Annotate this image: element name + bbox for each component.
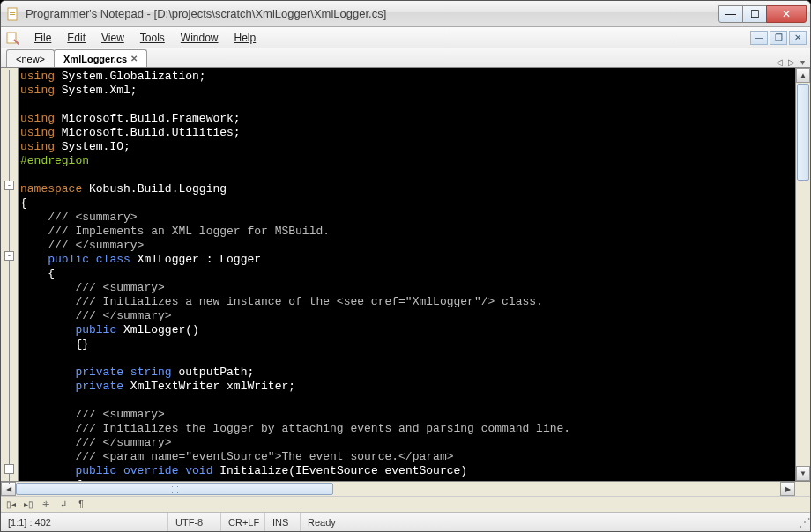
tab-prev-icon[interactable]: ◁ [774, 57, 785, 67]
tab-new[interactable]: <new> [6, 49, 55, 67]
minimize-button[interactable]: — [718, 5, 743, 23]
tab-close-icon[interactable]: ✕ [130, 54, 138, 63]
menu-edit[interactable]: Edit [60, 30, 93, 46]
status-position: [1:1] : 402 [1, 513, 168, 531]
tab-next-icon[interactable]: ▷ [786, 57, 797, 67]
window-title: Programmer's Notepad - [D:\projects\scra… [26, 7, 719, 20]
resize-grip[interactable]: ⋰ [792, 515, 810, 529]
scroll-right-icon[interactable]: ▶ [780, 482, 795, 496]
fold-marker[interactable]: - [4, 181, 14, 190]
scroll-down-icon[interactable]: ▼ [796, 466, 810, 481]
code-editor[interactable]: using System.Globalization; using System… [19, 68, 795, 481]
pilcrow-icon[interactable]: ¶ [75, 499, 87, 511]
tab-xmllogger[interactable]: XmlLogger.cs✕ [54, 49, 147, 67]
whitespace-icon[interactable]: ⁜ [40, 499, 52, 511]
app-icon [6, 7, 20, 21]
close-button[interactable]: ✕ [766, 5, 807, 23]
status-insertmode[interactable]: INS [265, 513, 301, 531]
status-message: Ready [301, 513, 792, 531]
statusbar: [1:1] : 402 UTF-8 CR+LF INS Ready ⋰ [1, 512, 810, 531]
hscroll-thumb[interactable] [16, 483, 333, 495]
maximize-button[interactable]: ☐ [742, 5, 767, 23]
mdi-close-button[interactable]: ✕ [789, 31, 807, 45]
mdi-restore-button[interactable]: ❐ [770, 31, 787, 45]
vertical-scrollbar[interactable]: ▲ ▼ [795, 68, 810, 481]
svg-rect-1 [10, 11, 15, 11]
titlebar[interactable]: Programmer's Notepad - [D:\projects\scra… [1, 1, 810, 27]
tabbar: <new> XmlLogger.cs✕ ◁ ▷ ▾ [1, 48, 810, 68]
menubar: File Edit View Tools Window Help — ❐ ✕ [1, 27, 810, 48]
status-lineending[interactable]: CR+LF [221, 513, 265, 531]
scroll-up-icon[interactable]: ▲ [796, 68, 810, 83]
svg-rect-2 [10, 12, 15, 13]
scroll-left-icon[interactable]: ◀ [1, 482, 16, 496]
bookmark-next-icon[interactable]: ▸▯ [22, 499, 34, 511]
menu-view[interactable]: View [94, 30, 131, 46]
scroll-corner [795, 482, 810, 496]
menu-tools[interactable]: Tools [133, 30, 172, 46]
status-encoding[interactable]: UTF-8 [168, 513, 221, 531]
app-window: Programmer's Notepad - [D:\projects\scra… [0, 0, 811, 532]
wordwrap-icon[interactable]: ↲ [57, 499, 70, 511]
mdi-minimize-button[interactable]: — [750, 31, 768, 45]
bookmark-prev-icon[interactable]: ▯◂ [4, 499, 17, 511]
scroll-thumb[interactable] [797, 84, 809, 181]
tab-list-icon[interactable]: ▾ [799, 57, 807, 67]
fold-marker[interactable]: - [4, 464, 14, 474]
menu-help[interactable]: Help [227, 30, 264, 46]
bottom-toolbar: ▯◂ ▸▯ ⁜ ↲ ¶ [1, 496, 810, 512]
fold-marker[interactable]: - [4, 251, 14, 261]
svg-rect-4 [7, 33, 16, 43]
new-file-icon[interactable] [4, 30, 20, 46]
menu-file[interactable]: File [27, 30, 58, 46]
horizontal-scrollbar[interactable]: ◀ ▶ [1, 481, 810, 496]
fold-gutter[interactable]: - - - [1, 68, 19, 481]
svg-rect-3 [10, 14, 15, 15]
editor-area: - - - using System.Globalization; using … [1, 68, 810, 481]
menu-window[interactable]: Window [174, 30, 226, 46]
